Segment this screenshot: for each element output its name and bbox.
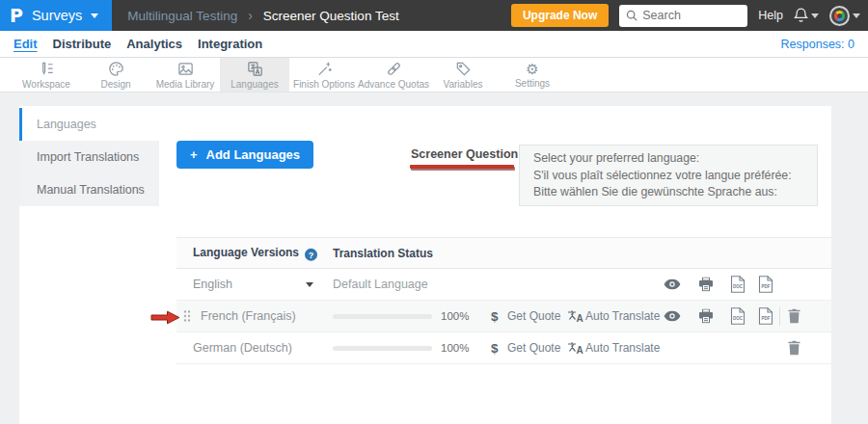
toolbar-item-finish-options[interactable]: Finish Options: [289, 58, 359, 92]
tab-integration[interactable]: Integration: [198, 37, 262, 51]
responses-count[interactable]: Responses: 0: [781, 38, 854, 51]
red-arrow-annotation: [150, 309, 180, 326]
table-header-row: Language Versions? Translation Status: [176, 237, 831, 269]
plus-icon: +: [190, 147, 198, 162]
toolbar-item-label: Advance Quotas: [358, 79, 429, 90]
svg-text:PDF: PDF: [761, 316, 770, 321]
help-link[interactable]: Help: [758, 9, 783, 22]
auto-translate-icon[interactable]: A: [567, 309, 583, 323]
help-question-icon[interactable]: ?: [305, 249, 317, 261]
svg-text:DOC: DOC: [733, 284, 744, 289]
auto-translate-link[interactable]: Auto Translate: [585, 309, 660, 323]
print-icon[interactable]: [698, 309, 714, 324]
table-row-english: English Default Language DOC PDF: [176, 269, 831, 301]
svg-text:A: A: [576, 313, 583, 323]
get-quote-link[interactable]: Get Quote: [507, 309, 560, 323]
dollar-icon[interactable]: $: [491, 309, 499, 324]
toolbar-item-label: Workspace: [22, 79, 70, 90]
table-row-german: German (Deutsch) 100% $ Get Quote A Auto…: [176, 332, 831, 364]
account-menu[interactable]: [829, 6, 860, 26]
toolbar-item-variables[interactable]: Variables: [428, 58, 498, 92]
screener-line-de: Bitte wählen Sie die gewünschte Sprache …: [533, 184, 803, 201]
toolbar-item-languages[interactable]: Languages: [220, 58, 289, 92]
toolbar-item-label: Languages: [231, 79, 279, 90]
table-row-french: French (Français) 100% $ Get Quote A Aut…: [176, 301, 831, 332]
preview-eye-icon[interactable]: [664, 279, 681, 290]
delete-trash-icon[interactable]: [788, 341, 800, 356]
screener-question-label: Screener Question :: [411, 147, 526, 161]
tab-analytics[interactable]: Analytics: [126, 37, 182, 51]
column-translation-status: Translation Status: [333, 247, 433, 260]
chevron-down-icon: [91, 13, 98, 18]
palette-icon: [107, 60, 125, 78]
toolbar-item-label: Media Library: [156, 79, 215, 90]
export-doc-icon[interactable]: DOC: [730, 307, 746, 325]
print-icon[interactable]: [698, 278, 714, 292]
chevron-down-icon[interactable]: [306, 282, 313, 287]
delete-trash-icon[interactable]: [788, 309, 800, 324]
languages-page: Languages Import Translations Manual Tra…: [0, 93, 868, 424]
tab-edit[interactable]: Edit: [14, 37, 38, 51]
screener-line-en: Select your preferred language:: [533, 150, 803, 168]
default-language-label: Default Language: [333, 278, 428, 291]
sidebar-item-languages[interactable]: Languages: [19, 108, 159, 141]
screener-question-preview: Select your preferred language: S'il vou…: [519, 145, 818, 206]
auto-translate-link[interactable]: Auto Translate: [585, 341, 660, 355]
add-languages-label: Add Languages: [206, 147, 301, 162]
global-search[interactable]: [619, 5, 747, 27]
tag-icon: [454, 60, 473, 78]
edit-toolbar: Workspace Design Media Library Languages…: [0, 58, 868, 93]
preview-eye-icon[interactable]: [664, 311, 681, 322]
chain-link-icon: [385, 60, 403, 78]
dollar-icon[interactable]: $: [491, 341, 499, 356]
languages-sidebar: Languages Import Translations Manual Tra…: [19, 108, 159, 206]
language-name: French (Français): [201, 309, 296, 323]
sidebar-item-manual-translations[interactable]: Manual Translations: [19, 173, 159, 206]
bell-icon: [794, 8, 808, 23]
top-header-bar: P Surveys Multilingual Testing › Screene…: [0, 0, 868, 31]
toolbar-item-label: Variables: [444, 79, 483, 90]
toolbar-item-media-library[interactable]: Media Library: [150, 58, 220, 92]
toolbar-item-settings[interactable]: ⚙ Settings: [498, 58, 567, 92]
toolbar-item-label: Design: [100, 79, 130, 90]
breadcrumb-current: Screener Question Test: [263, 9, 399, 23]
tab-distribute[interactable]: Distribute: [53, 37, 112, 51]
svg-text:PDF: PDF: [761, 284, 770, 289]
notifications-menu[interactable]: [794, 8, 819, 23]
product-label: Surveys: [32, 8, 82, 23]
export-doc-icon[interactable]: DOC: [730, 276, 746, 293]
auto-translate-icon[interactable]: A: [567, 341, 583, 355]
toolbar-item-design[interactable]: Design: [81, 58, 150, 92]
toolbar-item-label: Settings: [515, 78, 550, 89]
content-panel: Languages Import Translations Manual Tra…: [19, 106, 831, 424]
breadcrumb-parent[interactable]: Multilingual Testing: [127, 9, 237, 23]
get-quote-link[interactable]: Get Quote: [507, 341, 560, 355]
toolbar-item-label: Finish Options: [293, 79, 355, 90]
breadcrumb: Multilingual Testing › Screener Question…: [127, 8, 398, 23]
red-underline-annotation: [410, 165, 514, 169]
screener-line-fr: S'il vous plaît sélectionnez votre langu…: [533, 168, 803, 185]
search-input[interactable]: [642, 9, 741, 22]
product-switcher[interactable]: P Surveys: [0, 0, 112, 31]
chevron-down-icon: [853, 13, 860, 18]
chevron-down-icon: [811, 13, 819, 18]
export-pdf-icon[interactable]: PDF: [758, 276, 773, 293]
gear-icon: ⚙: [526, 61, 538, 77]
progress-percent: 100%: [441, 310, 469, 322]
upgrade-now-button[interactable]: Upgrade Now: [511, 4, 609, 27]
translate-icon: [246, 60, 264, 78]
add-languages-button[interactable]: + Add Languages: [176, 141, 313, 169]
survey-subnav: Edit Distribute Analytics Integration Re…: [0, 31, 868, 58]
toolbar-item-advance-quotas[interactable]: Advance Quotas: [359, 58, 428, 92]
language-select[interactable]: English: [193, 278, 232, 291]
magic-wand-icon: [315, 60, 334, 78]
language-versions-table: Language Versions? Translation Status En…: [176, 237, 831, 364]
drag-handle[interactable]: [183, 310, 191, 323]
sidebar-item-import-translations[interactable]: Import Translations: [19, 141, 159, 173]
toolbar-item-workspace[interactable]: Workspace: [12, 58, 81, 92]
svg-text:A: A: [576, 345, 583, 355]
language-name: German (Deutsch): [193, 341, 292, 355]
questionpro-logo: P: [10, 5, 23, 26]
divider: [779, 307, 780, 326]
export-pdf-icon[interactable]: PDF: [758, 307, 773, 325]
